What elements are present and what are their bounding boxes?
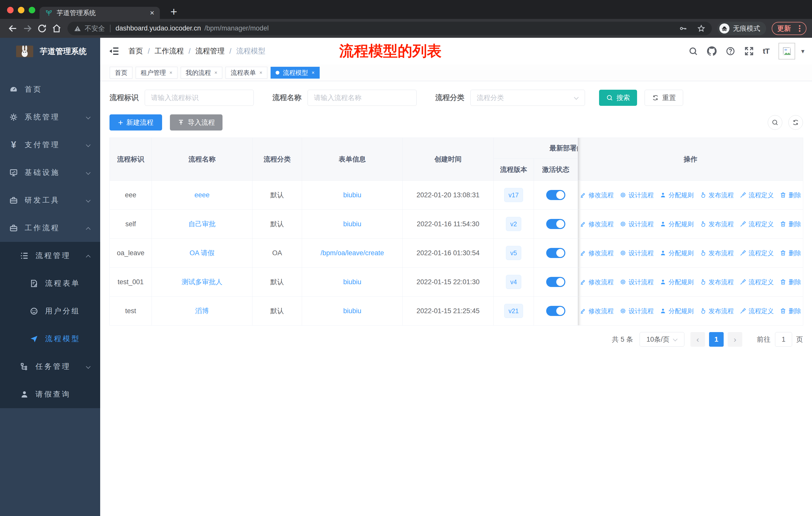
close-window-button[interactable] <box>7 7 13 13</box>
publish-process-link[interactable]: 发布流程 <box>700 278 734 286</box>
back-icon[interactable] <box>8 23 18 33</box>
process-category-select[interactable]: 流程分类 <box>470 90 585 106</box>
refresh-table-button[interactable] <box>788 115 803 130</box>
col-header-version[interactable]: 流程版本 <box>494 159 534 181</box>
sidebar-item-leave-query[interactable]: 请假查询 <box>0 380 100 408</box>
process-definition-link[interactable]: 流程定义 <box>740 191 774 199</box>
version-badge[interactable]: v21 <box>504 304 523 318</box>
update-label[interactable]: 更新 <box>777 24 791 33</box>
sidebar-item-user-group[interactable]: 用户分组 <box>0 297 100 325</box>
breadcrumb-item[interactable]: 工作流程 <box>154 46 184 56</box>
process-name-link[interactable]: 测试多审批人 <box>182 278 223 286</box>
tag-close-icon[interactable]: × <box>169 70 172 76</box>
form-info-link[interactable]: /bpm/oa/leave/create <box>320 249 384 257</box>
col-header-process-name[interactable]: 流程名称 <box>152 138 253 181</box>
tag-home[interactable]: 首页 <box>110 67 133 79</box>
show-search-button[interactable] <box>768 115 782 130</box>
status-toggle[interactable] <box>546 248 565 258</box>
page-size-select[interactable]: 10条/页 <box>640 332 685 347</box>
col-header-created[interactable]: 创建时间 <box>403 138 494 181</box>
sidebar-item-process-management[interactable]: 流程管理 <box>0 242 100 270</box>
publish-process-link[interactable]: 发布流程 <box>700 307 734 315</box>
modify-process-link[interactable]: 修改流程 <box>580 191 614 199</box>
sidebar-fold-icon[interactable] <box>109 46 119 56</box>
process-definition-link[interactable]: 流程定义 <box>740 220 774 228</box>
browser-update-button[interactable]: 更新 <box>772 22 807 35</box>
tag-close-icon[interactable]: × <box>214 70 218 76</box>
status-toggle[interactable] <box>546 219 565 229</box>
form-info-link[interactable]: biubiu <box>343 307 361 315</box>
col-header-category[interactable]: 流程分类 <box>253 138 302 181</box>
sidebar-item-workflow[interactable]: 工作流程 <box>0 214 100 242</box>
version-badge[interactable]: v4 <box>506 275 521 289</box>
new-tab-button[interactable]: + <box>170 6 177 18</box>
assign-rule-link[interactable]: 分配规则 <box>660 249 694 257</box>
delete-link[interactable]: 删除 <box>780 278 801 286</box>
breadcrumb-item[interactable]: 首页 <box>128 46 143 56</box>
next-page-button[interactable]: › <box>728 332 742 347</box>
design-process-link[interactable]: 设计流程 <box>620 307 654 315</box>
security-label[interactable]: 不安全 <box>85 24 105 33</box>
help-icon[interactable] <box>726 46 735 56</box>
process-id-input[interactable] <box>145 90 254 106</box>
avatar[interactable] <box>779 43 795 59</box>
reload-icon[interactable] <box>37 23 47 33</box>
sidebar-item-devtools[interactable]: 研发工具 <box>0 186 100 214</box>
process-name-link[interactable]: eeee <box>194 191 209 199</box>
publish-process-link[interactable]: 发布流程 <box>700 220 734 228</box>
url-path[interactable]: /bpm/manager/model <box>204 24 669 32</box>
sidebar-item-home[interactable]: 首页 <box>0 76 100 103</box>
col-header-form-info[interactable]: 表单信息 <box>302 138 403 181</box>
goto-page-input[interactable] <box>775 332 792 347</box>
version-badge[interactable]: v17 <box>504 188 523 202</box>
status-toggle[interactable] <box>546 277 565 287</box>
delete-link[interactable]: 删除 <box>780 220 801 228</box>
col-header-process-id[interactable]: 流程标识 <box>110 138 152 181</box>
process-name-input[interactable] <box>308 90 416 106</box>
bookmark-star-icon[interactable] <box>697 24 705 32</box>
tab-close-icon[interactable]: × <box>150 9 154 17</box>
create-process-button[interactable]: + 新建流程 <box>110 114 162 131</box>
caret-down-icon[interactable]: ▾ <box>801 47 805 55</box>
tag-process-model[interactable]: 流程模型 × <box>270 67 320 79</box>
github-icon[interactable] <box>707 46 717 56</box>
form-info-link[interactable]: biubiu <box>343 220 361 228</box>
publish-process-link[interactable]: 发布流程 <box>700 249 734 257</box>
minimize-window-button[interactable] <box>18 7 24 13</box>
import-process-button[interactable]: 导入流程 <box>170 114 223 131</box>
search-button[interactable]: 搜索 <box>599 90 637 106</box>
not-secure-warning-icon[interactable] <box>74 25 81 32</box>
sidebar-item-payment[interactable]: ¥ 支付管理 <box>0 131 100 159</box>
design-process-link[interactable]: 设计流程 <box>620 278 654 286</box>
address-bar[interactable]: 不安全 dashboard.yudao.iocoder.cn /bpm/mana… <box>67 22 712 35</box>
status-toggle[interactable] <box>546 190 565 200</box>
tag-process-form[interactable]: 流程表单 × <box>226 67 267 79</box>
design-process-link[interactable]: 设计流程 <box>620 220 654 228</box>
modify-process-link[interactable]: 修改流程 <box>580 307 614 315</box>
process-name-link[interactable]: 滔博 <box>195 307 209 315</box>
browser-menu-icon[interactable] <box>795 24 804 33</box>
form-info-link[interactable]: biubiu <box>343 191 361 199</box>
process-definition-link[interactable]: 流程定义 <box>740 307 774 315</box>
maximize-window-button[interactable] <box>29 7 35 13</box>
version-badge[interactable]: v5 <box>506 246 521 260</box>
assign-rule-link[interactable]: 分配规则 <box>660 307 694 315</box>
design-process-link[interactable]: 设计流程 <box>620 249 654 257</box>
col-header-status[interactable]: 激活状态 <box>534 159 578 181</box>
home-icon[interactable] <box>52 23 62 33</box>
font-size-icon[interactable]: tT <box>763 47 770 55</box>
process-name-link[interactable]: 自己审批 <box>188 220 216 228</box>
delete-link[interactable]: 删除 <box>780 307 801 315</box>
version-badge[interactable]: v2 <box>506 217 521 231</box>
process-name-link[interactable]: OA 请假 <box>190 249 214 257</box>
delete-link[interactable]: 删除 <box>780 249 801 257</box>
password-key-icon[interactable] <box>679 24 687 32</box>
delete-link[interactable]: 删除 <box>780 191 801 199</box>
modify-process-link[interactable]: 修改流程 <box>580 249 614 257</box>
prev-page-button[interactable]: ‹ <box>690 332 705 347</box>
process-definition-link[interactable]: 流程定义 <box>740 249 774 257</box>
sidebar-item-process-model[interactable]: 流程模型 <box>0 325 100 353</box>
search-icon[interactable] <box>689 46 698 56</box>
assign-rule-link[interactable]: 分配规则 <box>660 278 694 286</box>
reset-button[interactable]: 重置 <box>645 90 683 106</box>
